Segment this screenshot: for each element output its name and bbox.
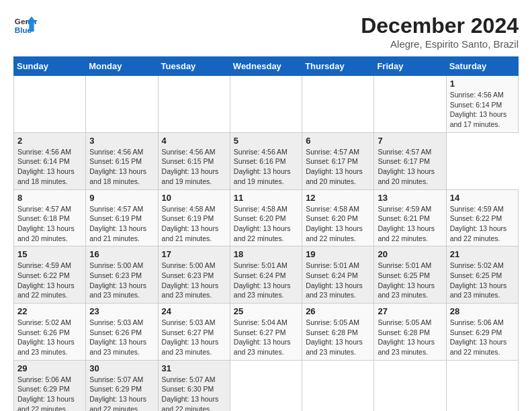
table-row: 21Sunrise: 5:02 AMSunset: 6:25 PMDayligh…: [446, 246, 518, 304]
day-info: Sunrise: 5:07 AMSunset: 6:30 PMDaylight:…: [162, 375, 226, 411]
day-number: 13: [378, 193, 442, 203]
table-row: 18Sunrise: 5:01 AMSunset: 6:24 PMDayligh…: [230, 246, 302, 304]
day-info: Sunrise: 5:03 AMSunset: 6:27 PMDaylight:…: [162, 318, 226, 357]
table-row: 29Sunrise: 5:06 AMSunset: 6:29 PMDayligh…: [14, 360, 86, 411]
week-row-1: 2Sunrise: 4:56 AMSunset: 6:14 PMDaylight…: [14, 132, 519, 189]
day-number: 9: [89, 193, 154, 203]
day-info: Sunrise: 4:58 AMSunset: 6:19 PMDaylight:…: [162, 204, 226, 244]
table-row: [230, 360, 302, 411]
day-number: 3: [89, 136, 154, 146]
day-number: 8: [17, 193, 82, 203]
table-row: 2Sunrise: 4:56 AMSunset: 6:14 PMDaylight…: [14, 132, 86, 189]
week-row-4: 22Sunrise: 5:02 AMSunset: 6:26 PMDayligh…: [14, 304, 519, 361]
day-info: Sunrise: 4:58 AMSunset: 6:20 PMDaylight:…: [306, 204, 370, 244]
table-row: 24Sunrise: 5:03 AMSunset: 6:27 PMDayligh…: [158, 304, 230, 361]
day-info: Sunrise: 5:02 AMSunset: 6:25 PMDaylight:…: [450, 261, 515, 300]
table-row: 7Sunrise: 4:57 AMSunset: 6:17 PMDaylight…: [374, 132, 446, 189]
table-row: 19Sunrise: 5:01 AMSunset: 6:24 PMDayligh…: [302, 246, 374, 304]
day-number: 14: [450, 193, 515, 203]
table-row: [14, 76, 86, 133]
day-info: Sunrise: 4:59 AMSunset: 6:21 PMDaylight:…: [378, 204, 442, 244]
header-wednesday: Wednesday: [230, 57, 302, 76]
table-row: 27Sunrise: 5:05 AMSunset: 6:28 PMDayligh…: [374, 304, 446, 361]
table-row: [158, 76, 230, 133]
table-row: 14Sunrise: 4:59 AMSunset: 6:22 PMDayligh…: [446, 189, 518, 246]
table-row: 23Sunrise: 5:03 AMSunset: 6:26 PMDayligh…: [86, 304, 158, 361]
page-header: General Blue December 2024 Alegre, Espir…: [13, 13, 519, 50]
day-info: Sunrise: 5:00 AMSunset: 6:23 PMDaylight:…: [89, 261, 154, 300]
table-row: [374, 76, 446, 133]
month-title: December 2024: [361, 13, 519, 38]
table-row: [230, 76, 302, 133]
day-info: Sunrise: 5:01 AMSunset: 6:24 PMDaylight:…: [306, 261, 370, 300]
day-info: Sunrise: 4:56 AMSunset: 6:14 PMDaylight:…: [450, 90, 515, 130]
day-number: 12: [306, 193, 370, 203]
day-number: 26: [306, 306, 370, 316]
day-number: 20: [378, 249, 442, 259]
table-row: 9Sunrise: 4:57 AMSunset: 6:19 PMDaylight…: [86, 189, 158, 246]
day-info: Sunrise: 4:56 AMSunset: 6:14 PMDaylight:…: [17, 147, 82, 187]
week-row-5: 29Sunrise: 5:06 AMSunset: 6:29 PMDayligh…: [14, 360, 519, 411]
day-number: 5: [234, 136, 298, 146]
day-info: Sunrise: 5:04 AMSunset: 6:27 PMDaylight:…: [234, 318, 298, 357]
day-number: 19: [306, 249, 370, 259]
week-row-0: 1Sunrise: 4:56 AMSunset: 6:14 PMDaylight…: [14, 76, 519, 133]
day-number: 1: [450, 79, 515, 89]
table-row: 5Sunrise: 4:56 AMSunset: 6:16 PMDaylight…: [230, 132, 302, 189]
day-number: 11: [234, 193, 298, 203]
day-info: Sunrise: 5:03 AMSunset: 6:26 PMDaylight:…: [89, 318, 154, 357]
day-info: Sunrise: 5:05 AMSunset: 6:28 PMDaylight:…: [378, 318, 442, 357]
table-row: 11Sunrise: 4:58 AMSunset: 6:20 PMDayligh…: [230, 189, 302, 246]
table-row: 6Sunrise: 4:57 AMSunset: 6:17 PMDaylight…: [302, 132, 374, 189]
day-info: Sunrise: 4:59 AMSunset: 6:22 PMDaylight:…: [17, 261, 82, 300]
table-row: 17Sunrise: 5:00 AMSunset: 6:23 PMDayligh…: [158, 246, 230, 304]
day-number: 23: [89, 306, 154, 316]
table-row: 15Sunrise: 4:59 AMSunset: 6:22 PMDayligh…: [14, 246, 86, 304]
day-info: Sunrise: 5:02 AMSunset: 6:26 PMDaylight:…: [17, 318, 82, 357]
table-row: 31Sunrise: 5:07 AMSunset: 6:30 PMDayligh…: [158, 360, 230, 411]
title-section: December 2024 Alegre, Espirito Santo, Br…: [361, 13, 519, 50]
table-row: [86, 76, 158, 133]
day-number: 22: [17, 306, 82, 316]
table-row: 13Sunrise: 4:59 AMSunset: 6:21 PMDayligh…: [374, 189, 446, 246]
day-info: Sunrise: 4:57 AMSunset: 6:18 PMDaylight:…: [17, 204, 82, 244]
day-number: 27: [378, 306, 442, 316]
table-row: [374, 360, 446, 411]
day-info: Sunrise: 5:00 AMSunset: 6:23 PMDaylight:…: [162, 261, 226, 300]
day-number: 31: [162, 363, 226, 373]
calendar-table: Sunday Monday Tuesday Wednesday Thursday…: [13, 56, 519, 411]
table-row: [302, 76, 374, 133]
day-number: 21: [450, 249, 515, 259]
header-thursday: Thursday: [302, 57, 374, 76]
day-info: Sunrise: 4:58 AMSunset: 6:20 PMDaylight:…: [234, 204, 298, 244]
table-row: 26Sunrise: 5:05 AMSunset: 6:28 PMDayligh…: [302, 304, 374, 361]
table-row: 25Sunrise: 5:04 AMSunset: 6:27 PMDayligh…: [230, 304, 302, 361]
week-row-3: 15Sunrise: 4:59 AMSunset: 6:22 PMDayligh…: [14, 246, 519, 304]
table-row: 22Sunrise: 5:02 AMSunset: 6:26 PMDayligh…: [14, 304, 86, 361]
table-row: [446, 360, 518, 411]
day-number: 29: [17, 363, 82, 373]
header-monday: Monday: [86, 57, 158, 76]
day-number: 28: [450, 306, 515, 316]
day-number: 24: [162, 306, 226, 316]
day-info: Sunrise: 4:56 AMSunset: 6:15 PMDaylight:…: [89, 147, 154, 187]
table-row: 3Sunrise: 4:56 AMSunset: 6:15 PMDaylight…: [86, 132, 158, 189]
day-number: 30: [89, 363, 154, 373]
day-info: Sunrise: 5:01 AMSunset: 6:24 PMDaylight:…: [234, 261, 298, 300]
day-info: Sunrise: 4:56 AMSunset: 6:15 PMDaylight:…: [162, 147, 226, 187]
day-info: Sunrise: 4:57 AMSunset: 6:17 PMDaylight:…: [306, 147, 370, 187]
table-row: 8Sunrise: 4:57 AMSunset: 6:18 PMDaylight…: [14, 189, 86, 246]
table-row: [302, 360, 374, 411]
day-number: 17: [162, 249, 226, 259]
table-row: 28Sunrise: 5:06 AMSunset: 6:29 PMDayligh…: [446, 304, 518, 361]
location: Alegre, Espirito Santo, Brazil: [361, 38, 519, 50]
table-row: 12Sunrise: 4:58 AMSunset: 6:20 PMDayligh…: [302, 189, 374, 246]
table-row: 4Sunrise: 4:56 AMSunset: 6:15 PMDaylight…: [158, 132, 230, 189]
table-row: 10Sunrise: 4:58 AMSunset: 6:19 PMDayligh…: [158, 189, 230, 246]
day-info: Sunrise: 5:06 AMSunset: 6:29 PMDaylight:…: [450, 318, 515, 357]
header-row: Sunday Monday Tuesday Wednesday Thursday…: [14, 57, 519, 76]
day-number: 10: [162, 193, 226, 203]
day-info: Sunrise: 5:07 AMSunset: 6:29 PMDaylight:…: [89, 375, 154, 411]
day-number: 2: [17, 136, 82, 146]
day-number: 7: [378, 136, 442, 146]
